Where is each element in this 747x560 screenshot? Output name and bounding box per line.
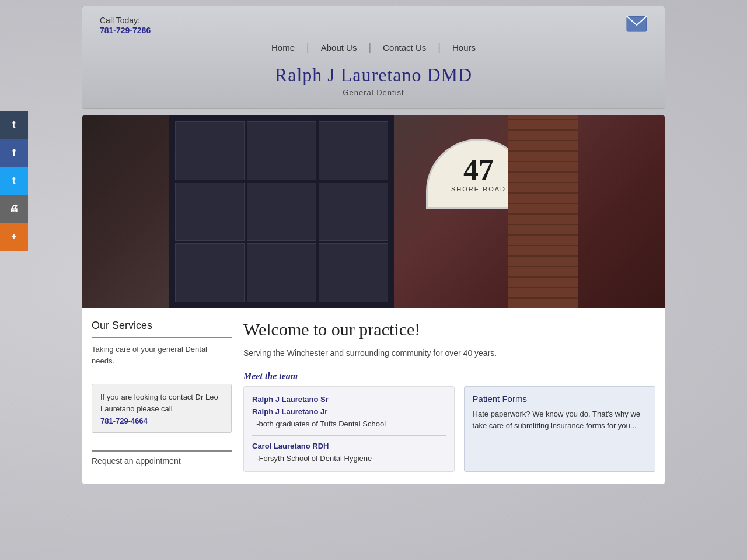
- page-wrapper: Call Today: 781-729-7286 Home | About Us…: [70, 0, 677, 490]
- window-pane: [319, 121, 388, 180]
- building-inner: 47 · SHORE ROAD ·: [169, 116, 578, 308]
- team-member-1: Ralph J Lauretano Sr: [252, 394, 446, 406]
- contact-box: If you are looking to contact Dr Leo Lau…: [92, 384, 232, 433]
- practice-subtitle: General Dentist: [100, 88, 647, 97]
- phone-number[interactable]: 781-729-7286: [100, 26, 151, 35]
- brick-wall: [508, 116, 578, 308]
- more-icon: +: [11, 232, 16, 242]
- call-label: Call Today:: [100, 16, 151, 25]
- nav-hours[interactable]: Hours: [441, 40, 487, 55]
- window-pane: [247, 121, 316, 180]
- tumblr-button[interactable]: t: [0, 111, 28, 139]
- window-pane: [175, 121, 245, 180]
- practice-title: Ralph J Lauretano DMD: [100, 64, 647, 86]
- social-sidebar: t f t 🖨 +: [0, 111, 28, 251]
- sign-number: 47: [463, 155, 494, 186]
- team-divider: [252, 435, 446, 436]
- lower-content: Our Services Taking care of your general…: [82, 308, 665, 484]
- team-detail-1: -both graduates of Tufts Dental School: [252, 418, 446, 430]
- window-pane: [247, 243, 316, 302]
- request-title[interactable]: Request an appointment: [92, 456, 232, 466]
- meet-team-title: Meet the team: [243, 371, 655, 382]
- twitter-icon: t: [12, 176, 15, 186]
- team-member-3: Carol Lauretano RDH: [252, 440, 446, 453]
- twitter-button[interactable]: t: [0, 167, 28, 195]
- services-section: Our Services: [92, 320, 232, 338]
- facebook-icon: f: [12, 148, 15, 158]
- welcome-title: Welcome to our practice!: [243, 320, 655, 340]
- patient-forms-title: Patient Forms: [473, 394, 647, 404]
- services-description: Taking care of your general Dental needs…: [92, 344, 232, 366]
- team-grid: Ralph J Lauretano Sr Ralph J Lauretano J…: [243, 386, 655, 472]
- nav-home[interactable]: Home: [260, 40, 306, 55]
- patient-forms-card: Patient Forms Hate paperwork? We know yo…: [464, 386, 655, 472]
- call-info: Call Today: 781-729-7286: [100, 16, 151, 36]
- email-icon[interactable]: [626, 16, 647, 32]
- team-card: Ralph J Lauretano Sr Ralph J Lauretano J…: [243, 386, 455, 472]
- sign-street: · SHORE ROAD ·: [445, 186, 512, 192]
- patient-forms-text: Hate paperwork? We know you do. That's w…: [473, 408, 647, 431]
- more-share-button[interactable]: +: [0, 223, 28, 251]
- content-card: 47 · SHORE ROAD · Our Services Taking ca…: [82, 115, 665, 484]
- right-column: Welcome to our practice! Serving the Win…: [243, 320, 655, 472]
- team-detail-2: -Forsyth School of Dental Hygiene: [252, 453, 446, 465]
- header-card: Call Today: 781-729-7286 Home | About Us…: [82, 6, 665, 109]
- header-top: Call Today: 781-729-7286: [100, 16, 647, 36]
- navigation: Home | About Us | Contact Us | Hours: [100, 40, 647, 55]
- tumblr-icon: t: [12, 120, 15, 130]
- nav-about[interactable]: About Us: [309, 40, 369, 55]
- request-section: Request an appointment: [92, 450, 232, 466]
- window-pane: [175, 243, 245, 302]
- window-pane: [175, 183, 245, 242]
- print-button[interactable]: 🖨: [0, 195, 28, 223]
- welcome-text: Serving the Winchester and surrounding c…: [243, 346, 655, 359]
- left-column: Our Services Taking care of your general…: [92, 320, 232, 472]
- team-member-2: Ralph J Lauretano Jr: [252, 406, 446, 418]
- nav-contact[interactable]: Contact Us: [371, 40, 438, 55]
- print-icon: 🖨: [9, 204, 19, 214]
- window-pane: [247, 183, 316, 242]
- window-pane: [319, 183, 388, 242]
- contact-box-phone[interactable]: 781-729-4664: [100, 416, 223, 425]
- facebook-button[interactable]: f: [0, 139, 28, 167]
- window-pane: [319, 243, 388, 302]
- building-image: 47 · SHORE ROAD ·: [82, 116, 665, 308]
- contact-box-text: If you are looking to contact Dr Leo Lau…: [100, 393, 218, 413]
- services-title: Our Services: [92, 320, 232, 332]
- window-section: [169, 116, 394, 308]
